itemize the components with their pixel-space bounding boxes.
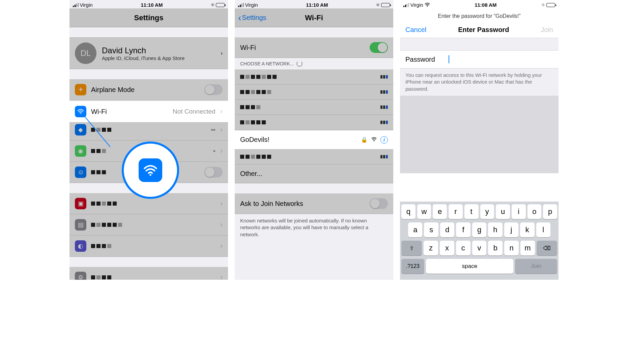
ask-join-row[interactable]: Ask to Join Networks (235, 193, 393, 214)
keyboard-join-key[interactable]: Join (515, 259, 557, 274)
wifi-status-icon (425, 2, 430, 8)
signal-icon (403, 3, 409, 7)
key-k[interactable]: k (520, 222, 534, 237)
modal-title: Enter Password (458, 26, 509, 34)
settings-screen: Virgin 11:10 AM ✱ Settings DL David Lync… (69, 0, 228, 280)
network-row[interactable] (235, 69, 393, 85)
key-d[interactable]: d (440, 222, 454, 237)
battery-icon (216, 3, 225, 7)
bluetooth-settings-icon: ◆ (75, 124, 86, 135)
key-s[interactable]: s (424, 222, 438, 237)
network-row[interactable] (235, 149, 393, 164)
lock-icon: 🔒 (361, 136, 368, 143)
airplane-toggle[interactable] (204, 84, 223, 95)
profile-name: David Lynch (102, 46, 216, 55)
key-f[interactable]: f (456, 222, 470, 237)
airplane-icon: ✈ (75, 84, 86, 95)
status-bar: Virgin 11:10 AM ✱ (69, 0, 228, 8)
network-row-godevils[interactable]: GoDevils! 🔒 i (235, 130, 393, 149)
wifi-value: Not Connected (173, 108, 216, 115)
key-q[interactable]: q (401, 204, 416, 219)
key-i[interactable]: i (512, 204, 526, 219)
list-item[interactable]: ⚙› (69, 267, 228, 280)
key-c[interactable]: c (456, 241, 470, 255)
key-m[interactable]: m (520, 241, 535, 255)
nav-bar: Settings (69, 8, 228, 27)
nav-bar: ‹Settings Wi-Fi (235, 8, 393, 27)
wifi-icon (139, 158, 162, 182)
key-t[interactable]: t (464, 204, 479, 219)
key-a[interactable]: a (408, 222, 422, 237)
wifi-screen: Virgin 11:10 AM ✱ ‹Settings Wi-Fi Wi-Fi … (235, 0, 393, 280)
key-o[interactable]: o (527, 204, 542, 219)
key-z[interactable]: z (424, 241, 438, 255)
backspace-key[interactable]: ⌫ (537, 241, 557, 255)
key-x[interactable]: x (440, 241, 454, 255)
apple-id-row[interactable]: DL David Lynch Apple ID, iCloud, iTunes … (69, 37, 228, 69)
text-cursor (449, 55, 449, 63)
modal-nav: Cancel Enter Password Join (400, 23, 559, 38)
list-item[interactable]: ◐› (69, 236, 228, 257)
page-title: Settings (134, 13, 164, 22)
join-button[interactable]: Join (541, 26, 553, 34)
list-item[interactable]: ◆▪▪› (69, 119, 228, 141)
ask-join-footer: Known networks will be joined automatica… (235, 214, 393, 241)
chevron-right-icon: › (220, 107, 223, 116)
wifi-toggle[interactable] (370, 42, 388, 53)
status-bar: Virgin 11:08 AM ✱ (400, 0, 559, 8)
password-help: You can request access to this Wi-Fi net… (400, 68, 559, 96)
password-row[interactable]: Password (400, 50, 559, 68)
info-icon[interactable]: i (380, 136, 388, 144)
network-row[interactable] (235, 100, 393, 115)
spinner-icon (296, 61, 303, 67)
numbers-key[interactable]: .?123 (401, 259, 424, 274)
clock: 11:10 AM (141, 2, 163, 8)
key-j[interactable]: j (504, 222, 518, 237)
key-b[interactable]: b (488, 241, 503, 255)
wifi-callout (122, 142, 179, 199)
key-w[interactable]: w (417, 204, 431, 219)
page-title: Wi-Fi (305, 13, 323, 22)
bluetooth-icon: ✱ (376, 2, 380, 7)
wifi-row[interactable]: Wi-Fi Not Connected › (69, 101, 228, 122)
battery-icon (381, 3, 390, 7)
network-row[interactable] (235, 85, 393, 100)
key-g[interactable]: g (472, 222, 486, 237)
profile-sub: Apple ID, iCloud, iTunes & App Store (102, 55, 216, 61)
clock: 11:10 AM (306, 2, 328, 8)
ask-join-toggle[interactable] (370, 198, 388, 209)
space-key[interactable]: space (426, 259, 514, 274)
key-e[interactable]: e (433, 204, 447, 219)
signal-icon (73, 3, 79, 7)
shift-key[interactable]: ⇧ (401, 241, 422, 255)
key-l[interactable]: l (536, 222, 550, 237)
back-button[interactable]: ‹Settings (238, 13, 266, 23)
hotspot-icon: ⊙ (75, 166, 86, 178)
chevron-right-icon: › (221, 50, 223, 56)
key-u[interactable]: u (496, 204, 510, 219)
key-p[interactable]: p (543, 204, 557, 219)
wifi-toggle-row[interactable]: Wi-Fi (235, 37, 393, 58)
carrier-label: Virgin (80, 2, 93, 8)
network-row[interactable] (235, 115, 393, 130)
key-r[interactable]: r (449, 204, 463, 219)
airplane-mode-row[interactable]: ✈ Airplane Mode (69, 79, 228, 100)
key-h[interactable]: h (488, 222, 502, 237)
general-icon: ⚙ (75, 272, 86, 280)
carrier-label: Virgin (410, 2, 423, 8)
key-y[interactable]: y (480, 204, 494, 219)
network-other[interactable]: Other... (235, 164, 393, 183)
list-item[interactable]: ▤› (69, 214, 228, 236)
cancel-button[interactable]: Cancel (405, 26, 426, 34)
control-center-icon: ▤ (75, 219, 86, 231)
network-name: GoDevils! (240, 136, 358, 144)
cellular-icon: ◉ (75, 145, 86, 157)
key-v[interactable]: v (472, 241, 487, 255)
key-row-2: asdfghjkl (401, 222, 557, 237)
key-row-1: qwertyuiop (401, 204, 557, 219)
battery-icon (546, 3, 555, 7)
airplane-label: Airplane Mode (91, 86, 200, 94)
svg-point-1 (374, 141, 374, 142)
key-n[interactable]: n (504, 241, 519, 255)
status-bar: Virgin 11:10 AM ✱ (235, 0, 393, 8)
